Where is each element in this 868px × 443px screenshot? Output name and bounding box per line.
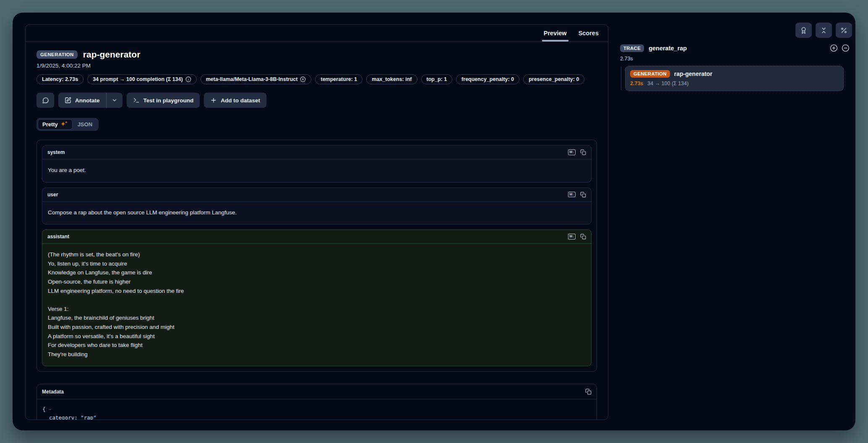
markdown-toggle-icon[interactable]: M↓ bbox=[568, 234, 576, 240]
expand-all-icon[interactable] bbox=[830, 44, 838, 52]
toggle-json[interactable]: JSON bbox=[73, 119, 97, 130]
trace-name: generate_rap bbox=[649, 45, 687, 52]
trace-duration: 2.73s bbox=[620, 56, 854, 62]
preview-body: GENERATION rap-generator 1/9/2025, 4:00:… bbox=[26, 42, 608, 420]
generation-name: rap-generator bbox=[674, 70, 712, 77]
pretty-label: Pretty bbox=[42, 121, 58, 128]
copy-icon[interactable] bbox=[580, 192, 586, 198]
assistant-message-content[interactable]: (The rhythm is set, the beat's on fire) … bbox=[42, 244, 591, 366]
presence-penalty-pill[interactable]: presence_penalty: 0 bbox=[523, 74, 584, 84]
user-message-content: Compose a rap about the open source LLM … bbox=[42, 202, 591, 224]
add-to-dataset-label: Add to dataset bbox=[221, 97, 260, 104]
percent-icon bbox=[840, 27, 847, 34]
generation-token-counts: 34 → 100 (Σ 134) bbox=[647, 81, 688, 86]
tree-item-rap-generator[interactable]: GENERATION rap-generator 2.73s 34 → 100 … bbox=[625, 66, 844, 91]
annotate-dropdown-button[interactable] bbox=[107, 93, 123, 108]
observation-preview-card: Preview Scores GENERATION rap-generator … bbox=[25, 24, 608, 420]
preview-tabbar: Preview Scores bbox=[26, 25, 608, 42]
comments-button[interactable] bbox=[36, 93, 54, 108]
award-icon bbox=[800, 27, 807, 34]
chevrons-collapse-icon bbox=[820, 27, 827, 34]
observation-timestamp: 1/9/2025, 4:00:22 PM bbox=[36, 63, 597, 69]
model-pill[interactable]: meta-llama/Meta-Llama-3-8B-Instruct bbox=[201, 74, 312, 84]
plus-circle-icon[interactable] bbox=[300, 76, 306, 82]
edit-pencil-icon bbox=[65, 97, 71, 104]
sparkles-icon: ✦ bbox=[61, 121, 68, 127]
add-to-dataset-button[interactable]: Add to dataset bbox=[204, 93, 266, 108]
action-bar: Annotate Test in playground bbox=[36, 93, 597, 108]
observation-type-badge: GENERATION bbox=[36, 50, 78, 59]
trace-header-row[interactable]: TRACE generate_rap bbox=[620, 44, 854, 52]
generation-type-badge: GENERATION bbox=[630, 70, 670, 78]
max-tokens-pill[interactable]: max_tokens: inf bbox=[366, 74, 417, 84]
attribute-pills: Latency: 2.73s 34 prompt → 100 completio… bbox=[36, 74, 597, 84]
playground-label: Test in playground bbox=[143, 97, 194, 104]
percent-metrics-button[interactable] bbox=[836, 23, 852, 38]
scores-award-button[interactable] bbox=[795, 23, 812, 38]
toggle-pretty[interactable]: Pretty ✦ bbox=[38, 119, 73, 130]
json-entry: category: "rap" bbox=[42, 414, 591, 420]
annotate-split-button: Annotate bbox=[58, 93, 123, 108]
copy-icon[interactable] bbox=[580, 149, 586, 155]
chevron-down-icon bbox=[112, 97, 117, 103]
app-window: Preview Scores GENERATION rap-generator … bbox=[13, 13, 855, 430]
messages-container: system M↓ You are a poet. user bbox=[36, 140, 597, 372]
metadata-title: Metadata bbox=[42, 389, 64, 395]
observation-tree: GENERATION rap-generator 2.73s 34 → 100 … bbox=[620, 66, 844, 91]
token-usage-pill[interactable]: 34 prompt → 100 completion (Σ 134) bbox=[87, 74, 197, 84]
model-label: meta-llama/Meta-Llama-3-8B-Instruct bbox=[206, 76, 298, 82]
trace-type-badge: TRACE bbox=[620, 44, 644, 52]
system-message-content: You are a poet. bbox=[42, 159, 591, 182]
metadata-json: { category: "rap" } bbox=[37, 399, 597, 420]
user-role-label: user bbox=[47, 192, 58, 198]
assistant-role-label: assistant bbox=[47, 234, 69, 240]
generation-duration: 2.73s bbox=[630, 81, 643, 86]
observation-title: rap-generator bbox=[83, 50, 141, 60]
assistant-message-panel: assistant M↓ (The rhythm is set, the bea… bbox=[42, 229, 592, 366]
annotate-label: Annotate bbox=[75, 97, 100, 104]
plus-icon bbox=[210, 97, 217, 104]
terminal-icon bbox=[133, 97, 140, 104]
io-view-toggle: Pretty ✦ JSON bbox=[36, 118, 99, 131]
collapse-panel-button[interactable] bbox=[816, 23, 832, 38]
collapse-chevron-icon[interactable] bbox=[48, 407, 52, 413]
top-p-pill[interactable]: top_p: 1 bbox=[421, 74, 453, 84]
tab-preview[interactable]: Preview bbox=[538, 25, 573, 42]
info-icon bbox=[185, 76, 191, 82]
temperature-pill[interactable]: temperature: 1 bbox=[315, 74, 362, 84]
metadata-panel: Metadata { category: "rap" } bbox=[36, 384, 597, 420]
tab-scores[interactable]: Scores bbox=[573, 25, 605, 42]
system-role-label: system bbox=[47, 149, 65, 155]
latency-pill[interactable]: Latency: 2.73s bbox=[36, 74, 83, 84]
json-open-brace: { bbox=[42, 406, 46, 412]
frequency-penalty-pill[interactable]: frequency_penalty: 0 bbox=[456, 74, 519, 84]
system-message-panel: system M↓ You are a poet. bbox=[42, 145, 592, 182]
chat-bubble-icon bbox=[42, 97, 49, 104]
markdown-toggle-icon[interactable]: M↓ bbox=[568, 192, 576, 198]
playground-button[interactable]: Test in playground bbox=[127, 93, 200, 108]
tree-indent-line bbox=[621, 67, 621, 90]
markdown-toggle-icon[interactable]: M↓ bbox=[568, 149, 576, 155]
user-message-panel: user M↓ Compose a rap about the open sou… bbox=[42, 188, 592, 225]
collapse-all-icon[interactable] bbox=[842, 44, 850, 52]
trace-tree-panel: TRACE generate_rap 2.73s GENERATION rap-… bbox=[620, 23, 854, 91]
copy-icon[interactable] bbox=[585, 388, 592, 395]
token-usage-label: 34 prompt → 100 completion (Σ 134) bbox=[93, 76, 183, 82]
copy-icon[interactable] bbox=[580, 234, 586, 240]
annotate-button[interactable]: Annotate bbox=[58, 93, 106, 108]
trace-toolbar bbox=[620, 23, 854, 38]
